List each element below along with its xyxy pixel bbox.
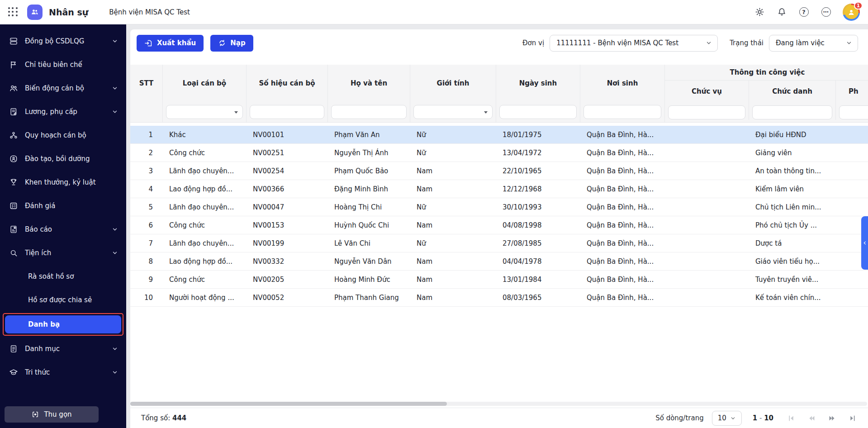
total-value: 444 — [172, 414, 186, 422]
cell-phong-ban — [836, 198, 868, 216]
filter-loai-can-bo[interactable] — [166, 105, 243, 119]
chevron-down-icon — [112, 38, 118, 44]
cell-chuc-vu — [665, 216, 749, 234]
column-header-so-hieu-can-bo[interactable]: Số hiệu cán bộ — [247, 65, 327, 101]
table-row[interactable]: 6 Công chức NV00153 Huỳnh Quốc Chi Nam 0… — [130, 216, 868, 234]
more-options-icon[interactable]: ⋯ — [821, 7, 831, 18]
settings-gear-icon[interactable] — [754, 7, 765, 18]
help-icon[interactable]: ? — [798, 7, 809, 18]
sidebar-item-tri-thuc[interactable]: Tri thức — [0, 361, 126, 384]
table-row[interactable]: 10 Người hoạt động ... NV00052 Phạm Than… — [130, 289, 868, 307]
export-icon — [144, 39, 153, 48]
table-row[interactable]: 9 Công chức NV00205 Hoàng Minh Đức Nam 1… — [130, 271, 868, 289]
cell-so-hieu-can-bo: NV00254 — [247, 162, 328, 180]
export-button[interactable]: Xuất khẩu — [137, 35, 204, 52]
sidebar-collapse-button[interactable]: Thu gọn — [5, 406, 99, 423]
cell-loai-can-bo: Người hoạt động ... — [163, 289, 247, 306]
first-page-icon[interactable] — [787, 414, 795, 422]
cell-loai-can-bo: Công chức — [163, 216, 247, 234]
sidebar-subitem-ho-so-duoc-chia-se[interactable]: Hồ sơ được chia sẻ — [0, 288, 126, 312]
sidebar-item-bao-cao[interactable]: Báo cáo — [0, 218, 126, 241]
column-header-stt[interactable]: STT — [130, 65, 162, 101]
table-row[interactable]: 8 Lao động hợp đồ... NV00332 Nguyễn Văn … — [130, 252, 868, 271]
previous-page-icon[interactable] — [807, 414, 816, 422]
apps-grid-icon[interactable] — [8, 7, 18, 17]
column-header-gioi-tinh[interactable]: Giới tính — [410, 65, 496, 101]
sidebar-subitem-danh-ba[interactable]: Danh bạ — [5, 315, 121, 333]
table-row[interactable]: 2 Công chức NV00251 Nguyễn Thị Ánh Nữ 13… — [130, 144, 868, 162]
load-button[interactable]: Nạp — [210, 35, 253, 52]
filter-noi-sinh[interactable] — [583, 105, 661, 119]
cell-loai-can-bo: Công chức — [163, 144, 247, 162]
cell-loai-can-bo: Khác — [163, 126, 247, 143]
sidebar-item-quy-hoach-can-bo[interactable]: Quy hoạch cán bộ — [0, 124, 126, 147]
table-row[interactable]: 5 Lãnh đạo chuyên... NV00047 Hoàng Thị C… — [130, 198, 868, 216]
cell-so-hieu-can-bo: NV00052 — [247, 289, 328, 306]
cell-noi-sinh: Quận Ba Đình, Hà... — [580, 198, 665, 216]
filter-ho-va-ten[interactable] — [331, 105, 407, 119]
horizontal-scrollbar-thumb[interactable] — [130, 402, 447, 406]
cell-chuc-vu — [665, 144, 749, 162]
sidebar-item-khen-thuong-ky-luat[interactable]: Khen thưởng, kỷ luật — [0, 171, 126, 194]
cell-gioi-tinh: Nam — [410, 180, 496, 198]
next-page-icon[interactable] — [828, 414, 836, 422]
cell-ngay-sinh: 04/08/1998 — [496, 216, 580, 234]
cell-gioi-tinh: Nữ — [410, 144, 496, 162]
sidebar-item-dong-bo-csdlqg[interactable]: Đồng bộ CSDLQG — [0, 29, 126, 53]
filter-phong-ban[interactable] — [839, 105, 868, 119]
filter-gioi-tinh[interactable] — [413, 105, 493, 119]
cell-stt: 3 — [130, 162, 163, 180]
sidebar-item-danh-gia[interactable]: Đánh giá — [0, 194, 126, 218]
chevron-down-icon — [112, 250, 118, 256]
cell-stt: 6 — [130, 216, 163, 234]
sidebar-item-chi-tieu-bien-che[interactable]: Chỉ tiêu biên chế — [0, 53, 126, 76]
sidebar-item-dao-tao-boi-duong[interactable]: Đào tạo, bồi dưỡng — [0, 147, 126, 171]
column-header-chuc-vu[interactable]: Chức vụ — [665, 81, 749, 102]
filter-chuc-danh[interactable] — [752, 105, 832, 119]
column-header-noi-sinh[interactable]: Nơi sinh — [580, 65, 664, 101]
side-panel-expand-tab[interactable] — [861, 216, 868, 270]
cell-so-hieu-can-bo: NV00153 — [247, 216, 328, 234]
app-window: Nhân sự Bệnh viện MISA QC Test ? ⋯ — [0, 0, 868, 428]
table-row[interactable]: 3 Lãnh đạo chuyên... NV00254 Phạm Quốc B… — [130, 162, 868, 180]
main-content: Xuất khẩu Nạp Đơn vị 11111111 - Bệnh việ… — [130, 29, 868, 428]
cell-chuc-danh: Đại biểu HĐND — [749, 126, 836, 143]
page-size-value: 10 — [718, 414, 726, 422]
cell-stt: 1 — [130, 126, 163, 143]
filter-ngay-sinh[interactable] — [499, 105, 577, 119]
refresh-icon — [218, 39, 226, 47]
page-size-select[interactable]: 10 — [712, 411, 742, 426]
cell-so-hieu-can-bo: NV00101 — [247, 126, 328, 143]
notifications-bell-icon[interactable] — [776, 7, 787, 18]
cell-phong-ban — [836, 162, 868, 180]
sidebar-subitem-ra-soat-ho-so[interactable]: Rà soát hồ sơ — [0, 265, 126, 288]
group-header-thong-tin-cong-viec: Thông tin công việc — [665, 65, 868, 81]
chevron-down-icon — [730, 415, 736, 421]
cell-chuc-vu — [665, 289, 749, 306]
filter-so-hieu-can-bo[interactable] — [250, 105, 324, 119]
last-page-icon[interactable] — [848, 414, 856, 422]
status-label: Trạng thái — [730, 39, 764, 47]
column-header-loai-can-bo[interactable]: Loại cán bộ — [163, 65, 246, 101]
collapse-icon — [31, 410, 39, 418]
table-row[interactable]: 1 Khác NV00101 Phạm Văn An Nữ 18/01/1975… — [130, 126, 868, 144]
cell-chuc-danh: An toàn thông tin... — [749, 162, 836, 180]
app-logo-icon[interactable] — [27, 5, 43, 20]
sidebar-item-danh-muc[interactable]: Danh mục — [0, 337, 126, 361]
filter-chuc-vu[interactable] — [668, 105, 745, 119]
table-row[interactable]: 4 Lao động hợp đồ... NV00366 Đặng Minh B… — [130, 180, 868, 198]
column-header-chuc-danh[interactable]: Chức danh — [749, 81, 836, 102]
pagination — [787, 414, 856, 422]
sidebar-item-bien-dong-can-bo[interactable]: Biến động cán bộ — [0, 76, 126, 100]
column-header-ho-va-ten[interactable]: Họ và tên — [328, 65, 410, 101]
column-header-ngay-sinh[interactable]: Ngày sinh — [496, 65, 580, 101]
unit-select[interactable]: 11111111 - Bệnh viện MISA QC Test — [550, 35, 718, 52]
people-icon — [9, 84, 18, 93]
status-select[interactable]: Đang làm việc — [769, 35, 858, 52]
sidebar-item-tien-ich[interactable]: Tiện ích — [0, 241, 126, 265]
column-header-phong-ban[interactable]: Ph — [836, 81, 868, 102]
table-row[interactable]: 7 Lãnh đạo chuyên... NV00199 Lê Văn Chi … — [130, 234, 868, 252]
sidebar-item-luong-phu-cap[interactable]: Lương, phụ cấp — [0, 100, 126, 124]
chevron-left-icon — [863, 241, 867, 245]
sidebar-item-label: Quy hoạch cán bộ — [25, 131, 118, 139]
